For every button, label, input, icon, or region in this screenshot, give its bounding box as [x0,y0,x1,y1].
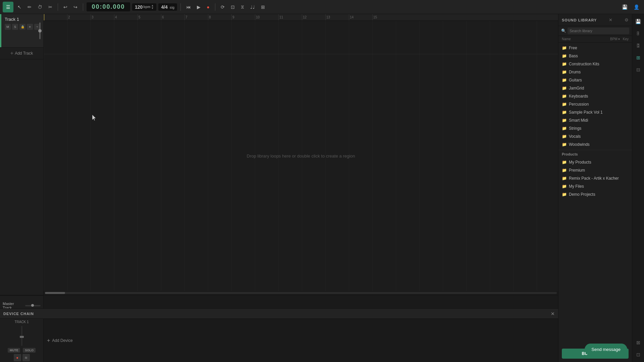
folder-icon: 📁 [562,118,567,123]
play-icon: ▶ [197,4,201,10]
toolbar: ☰ ↖ ✏ ⏱ ✂ ↩ ↪ 00:00.000 120 bpm ▲ ▼ 4/4 … [0,0,644,14]
library-item-percussion[interactable]: 📁Percussion [558,100,632,108]
library-close-button[interactable]: ✕ [609,17,612,22]
track1-fader[interactable] [21,326,22,346]
add-device-button[interactable]: + Add Device [47,338,73,344]
track1-solo-button[interactable]: SOLO [23,348,36,353]
library-item-jamgrid[interactable]: 📁JamGrid [558,84,632,92]
pencil-tool-button[interactable]: ✏ [25,3,34,11]
track1-fader-thumb[interactable] [20,336,24,338]
user-icon: 👤 [634,4,639,10]
add-device-plus-icon: + [47,338,50,344]
library-item-sample-pack-vol-1[interactable]: 📁Sample Pack Vol 1 [558,108,632,116]
folder-icon: 📁 [562,110,567,115]
record-button[interactable]: ● [205,3,211,11]
send-message-button[interactable]: Send message [585,344,627,355]
track1-record-btn[interactable]: ● [14,354,21,361]
library-item-my-files[interactable]: 📁My Files [558,182,632,190]
snap-button[interactable]: ⊡ [229,3,237,11]
folder-icon: 📁 [562,134,567,139]
library-item-strings[interactable]: 📁Strings [558,124,632,132]
track1-mixer-btn[interactable]: ≡ [27,24,33,30]
main-content: Track 1 M S 🔒 ≡ ~ + Add Track [0,14,644,362]
add-track-button[interactable]: + Add Track [0,48,43,59]
library-search-input[interactable] [568,27,629,34]
bpm-down-arrow[interactable]: ▼ [151,7,154,10]
right-icon-instruments[interactable]: 🎛 [634,41,643,50]
track1-solo-btn[interactable]: S [12,24,18,30]
chord-icon: ♩♩ [250,4,255,10]
pointer-icon: ↖ [17,4,21,10]
hamburger-icon: ☰ [6,4,10,10]
right-icon-save[interactable]: 💾 [634,17,643,26]
track1-mute-button[interactable]: MUTE [8,348,20,353]
loop-button[interactable]: ⟳ [219,3,227,11]
scissors-tool-button[interactable]: ✂ [46,3,54,11]
timeline-scrollbar[interactable] [44,291,558,295]
lib-item-label: My Files [569,184,584,189]
library-item-free[interactable]: 📁Free [558,44,632,52]
menu-button[interactable]: ☰ [3,2,13,12]
track-content[interactable]: Drop library loops here or double click … [44,21,558,291]
quantize-button[interactable]: ⧖ [239,3,246,11]
lib-item-label: Construction Kits [569,62,599,66]
library-item-guitars[interactable]: 📁Guitars [558,76,632,84]
products-section-label: Products [558,150,632,158]
library-item-smart-midi[interactable]: 📁Smart Midi [558,116,632,124]
bpm-stepper[interactable]: ▲ ▼ [151,4,154,10]
library-item-woodwinds[interactable]: 📁Woodwinds [558,140,632,148]
add-device-label: Add Device [52,338,72,343]
track1-volume-thumb[interactable] [38,29,42,33]
library-item-demo-projects[interactable]: 📁Demo Projects [558,190,632,198]
library-item-my-products[interactable]: 📁My Products [558,158,632,166]
timeline-ruler[interactable]: 2 3 4 5 6 7 8 9 10 11 12 13 14 15 [44,14,558,21]
device-chain-close-button[interactable]: ✕ [551,311,555,316]
user-button[interactable]: 👤 [632,3,641,11]
track1-wave-btn[interactable]: ≋ [22,354,30,361]
library-item-construction-kits[interactable]: 📁Construction Kits [558,60,632,68]
right-icon-piano[interactable]: ⊞ [634,53,643,62]
library-item-vocals[interactable]: 📁Vocals [558,132,632,140]
library-settings-button[interactable]: ⚙ [625,17,629,22]
track-color-bar [0,14,1,47]
scrollbar-thumb[interactable] [45,292,65,294]
time-sig-value: 4/4 [161,4,167,10]
play-button[interactable]: ▶ [195,3,203,11]
device-chain-header: DEVICE CHAIN ✕ [0,309,558,319]
right-icon-bottom-2[interactable]: ⊡ [634,350,643,359]
save-button[interactable]: 💾 [620,3,630,11]
right-icon-bottom-1[interactable]: ⊠ [634,338,643,347]
rewind-icon: ⏮ [186,4,191,10]
track1-volume-slider[interactable] [39,22,41,39]
bpm-display[interactable]: 120 bpm ▲ ▼ [132,3,156,11]
right-icon-grid[interactable]: ⊟ [634,65,643,74]
ruler-marker-8: 8 [208,14,211,20]
time-sig-display[interactable]: 4/4 sig [158,3,177,11]
master-volume-slider[interactable] [25,305,41,306]
chord-button[interactable]: ♩♩ [248,3,257,11]
lib-item-label: Percussion [569,102,589,107]
library-item-drums[interactable]: 📁Drums [558,68,632,76]
add-track-plus-icon: + [10,50,13,56]
pattern-button[interactable]: ⊞ [259,3,267,11]
folder-icon: 📁 [562,78,567,82]
loop-icon: ⟳ [221,4,225,10]
rewind-button[interactable]: ⏮ [184,3,193,11]
right-icon-mixer[interactable]: 🎚 [634,29,643,38]
track1-mute-btn[interactable]: M [5,24,11,30]
redo-button[interactable]: ↪ [71,3,79,11]
library-item-remix-pack---artik-x-kacher[interactable]: 📁Remix Pack - Artik x Kacher [558,174,632,182]
save-icon: 💾 [622,4,628,10]
library-item-keyboards[interactable]: 📁Keyboards [558,92,632,100]
undo-button[interactable]: ↩ [61,3,69,11]
pointer-tool-button[interactable]: ↖ [15,3,23,11]
library-item-premium[interactable]: 📁Premium [558,166,632,174]
track1-header[interactable]: Track 1 M S 🔒 ≡ ~ [0,14,43,48]
folder-icon: 📁 [562,86,567,90]
clock-tool-button[interactable]: ⏱ [36,3,44,11]
folder-icon: 📁 [562,54,567,58]
master-volume-thumb[interactable] [31,304,34,307]
folder-icon: 📁 [562,192,567,197]
library-item-bass[interactable]: 📁Bass [558,52,632,60]
track1-lock-btn[interactable]: 🔒 [19,24,25,30]
